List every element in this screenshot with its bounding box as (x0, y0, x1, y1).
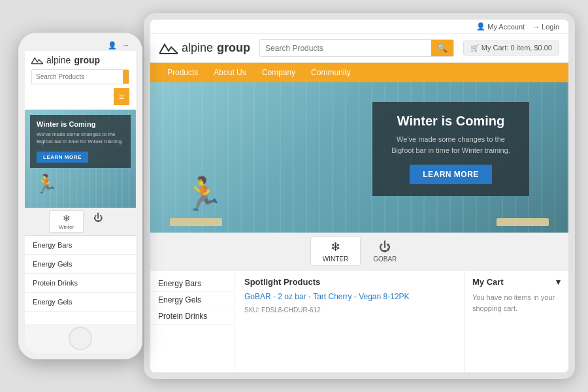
phone-search-bar[interactable]: 🔍 (31, 69, 129, 84)
cart-label: My Cart: 0 item, $0.00 (482, 44, 552, 52)
tablet-search-input[interactable] (260, 41, 431, 56)
phone-device: 👤 → alpine group 🔍 ≡ (18, 33, 142, 359)
carousel-item-winter[interactable]: ❄ WINTER (310, 237, 361, 266)
phone-menu: Energy Bars Energy Gels Protein Drinks E… (25, 236, 136, 324)
phone-carousel-winter[interactable]: ❄ Winter (49, 210, 84, 233)
nav-item-about[interactable]: About Us (206, 63, 253, 82)
hero-bench-right (497, 218, 549, 226)
spotlight-product-link[interactable]: GoBAR - 2 oz bar - Tart Cherry - Vegan 8… (244, 292, 455, 301)
phone-home-button[interactable] (69, 327, 92, 350)
phone-hero-learn-more-button[interactable]: LEARN MORE (37, 152, 88, 163)
hero-bench-left (170, 218, 222, 226)
account-icon: 👤 (476, 22, 485, 31)
category-energy-gels[interactable]: Energy Gels (150, 292, 235, 308)
phone-menu-energy-bars[interactable]: Energy Bars (25, 236, 136, 255)
login-label: Login (542, 23, 559, 31)
phone-logo-icon (31, 56, 43, 65)
login-icon: → (532, 23, 540, 31)
tablet-nav: Products About Us Company Community (150, 63, 568, 82)
gobar-icon: ⏻ (379, 240, 391, 254)
hero-title: Winter is Coming (388, 114, 514, 129)
carousel-gobar-label: GOBAR (373, 255, 397, 263)
account-link[interactable]: 👤 My Account (476, 22, 525, 31)
phone-carousel-winter-label: Winter (59, 224, 74, 230)
phone-logo-text: alpine (46, 55, 71, 65)
tablet-carousel-bar: ❄ WINTER ⏻ GOBAR (150, 233, 568, 270)
phone-hero-subtitle: We've made some changes to the Bigfoot b… (37, 131, 124, 145)
tablet-spotlight-products: Spotlight Products GoBAR - 2 oz bar - Ta… (235, 270, 464, 372)
nav-item-community[interactable]: Community (303, 63, 359, 82)
cart-empty-message: You have no items in your shopping cart. (472, 292, 561, 314)
phone-hero-runner: 🏃 (35, 173, 57, 195)
tablet-cart-panel: My Cart ▾ You have no items in your shop… (464, 270, 568, 372)
phone-menu-protein-drinks[interactable]: Protein Drinks (25, 274, 136, 293)
hero-subtitle: We've made some changes to the Bigfoot b… (388, 134, 514, 155)
tablet-hero: 🏃 Winter is Coming We've made some chang… (150, 82, 568, 233)
account-label: My Account (487, 23, 525, 31)
hero-runner-icon: 🏃 (183, 175, 223, 213)
category-energy-bars[interactable]: Energy Bars (150, 276, 235, 292)
category-protein-drinks[interactable]: Protein Drinks (150, 308, 235, 325)
logo-text: alpine (182, 41, 213, 55)
phone-carousel-gobar[interactable]: ⏻ (84, 210, 112, 233)
phone-hero: 🏃 Winter is Coming We've made some chang… (25, 110, 136, 208)
carousel-item-gobar[interactable]: ⏻ GOBAR (361, 238, 408, 265)
phone-menu-energy-gels-2[interactable]: Energy Gels (25, 293, 136, 312)
hero-overlay: Winter is Coming We've made some changes… (372, 102, 529, 196)
phone-search-input[interactable] (32, 71, 123, 83)
phone-search-button[interactable]: 🔍 (123, 70, 129, 84)
hero-learn-more-button[interactable]: LEARN MORE (410, 165, 492, 184)
tablet-bottom: Energy Bars Energy Gels Protein Drinks S… (150, 270, 568, 372)
tablet-screen: 👤 My Account → Login alpine group (150, 20, 568, 372)
nav-item-products[interactable]: Products (159, 63, 206, 82)
cart-icon: 🛒 (470, 44, 480, 52)
phone-carousel-bar: ❄ Winter ⏻ (25, 208, 136, 236)
phone-logo-bold: group (74, 55, 100, 65)
logo-icon (159, 42, 178, 55)
phone-gobar-icon: ⏻ (93, 212, 103, 223)
tablet-header: alpine group 🔍 🛒 My Cart: 0 item, $0.00 (150, 34, 568, 63)
tablet-device: 👤 My Account → Login alpine group (144, 13, 575, 379)
carousel-winter-label: WINTER (323, 255, 348, 263)
cart-panel-title: My Cart (472, 277, 504, 287)
cart-chevron-icon[interactable]: ▾ (556, 277, 561, 287)
phone-screen: alpine group 🔍 ≡ 🏃 Winter is Coming We'v… (25, 51, 136, 324)
tablet-cart-button[interactable]: 🛒 My Cart: 0 item, $0.00 (463, 41, 559, 56)
winter-icon: ❄ (331, 240, 340, 254)
product-sku: SKU: FDSL8-CHDUR-612 (244, 306, 321, 314)
phone-notch: 👤 → (25, 39, 136, 51)
login-link[interactable]: → Login (532, 23, 559, 31)
cart-panel-header: My Cart ▾ (472, 277, 561, 287)
phone-menu-energy-gels[interactable]: Energy Gels (25, 255, 136, 274)
tablet-search-bar[interactable]: 🔍 (259, 39, 454, 57)
phone-winter-icon: ❄ (63, 213, 71, 223)
phone-header: alpine group 🔍 ≡ (25, 51, 136, 110)
phone-hero-title: Winter is Coming (37, 120, 124, 128)
phone-login-icon: → (122, 41, 129, 49)
scene: 👤 My Account → Login alpine group (0, 0, 588, 392)
phone-account-icon: 👤 (108, 41, 117, 50)
phone-hero-overlay: Winter is Coming We've made some changes… (30, 115, 131, 168)
tablet-topbar: 👤 My Account → Login (150, 20, 568, 34)
tablet-category-list: Energy Bars Energy Gels Protein Drinks (150, 270, 235, 372)
tablet-search-button[interactable]: 🔍 (431, 40, 453, 56)
svg-marker-1 (31, 57, 43, 63)
logo-bold: group (217, 41, 250, 55)
phone-logo[interactable]: alpine group (31, 55, 129, 65)
tablet-logo[interactable]: alpine group (159, 41, 250, 55)
nav-item-company[interactable]: Company (254, 63, 303, 82)
phone-hamburger-button[interactable]: ≡ (114, 88, 129, 105)
spotlight-title: Spotlight Products (244, 277, 455, 287)
svg-marker-0 (159, 44, 178, 54)
